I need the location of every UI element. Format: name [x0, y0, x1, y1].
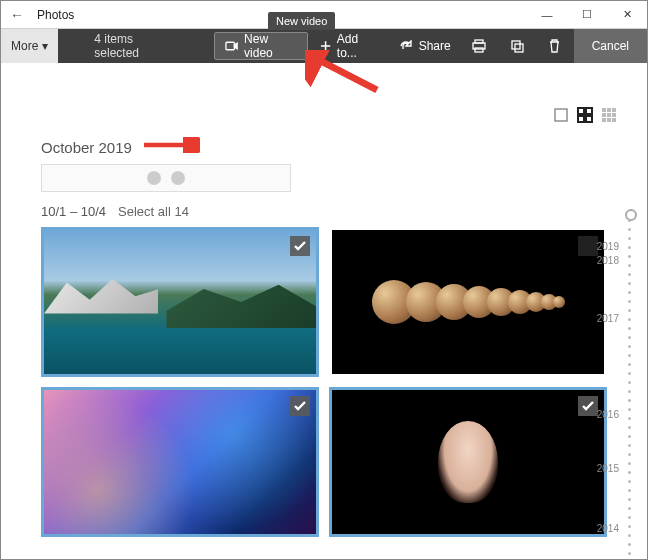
photo-thumb[interactable] — [41, 227, 319, 377]
single-view-icon[interactable] — [553, 107, 569, 123]
selection-check[interactable] — [578, 396, 598, 416]
copy-button[interactable] — [498, 29, 536, 63]
photo-image — [44, 390, 316, 534]
select-all-link[interactable]: Select all 14 — [118, 204, 189, 219]
new-video-tooltip: New video — [268, 12, 335, 30]
avatar-icon — [147, 171, 161, 185]
svg-rect-6 — [555, 109, 567, 121]
svg-rect-12 — [602, 108, 606, 112]
view-toggle — [553, 107, 617, 123]
chevron-down-icon: ▾ — [42, 39, 48, 53]
minimize-button[interactable]: ― — [527, 1, 567, 29]
grid-view-icon[interactable] — [577, 107, 593, 123]
timeline-year[interactable]: 2014 — [597, 523, 619, 534]
auto-creation-card[interactable] — [41, 164, 291, 192]
plus-icon — [320, 40, 331, 52]
photo-thumb[interactable] — [329, 387, 607, 537]
svg-rect-19 — [607, 118, 611, 122]
svg-rect-7 — [578, 108, 584, 114]
photo-image — [44, 230, 316, 374]
svg-rect-9 — [578, 116, 584, 122]
date-range: 10/1 – 10/4 — [41, 204, 106, 219]
svg-rect-16 — [607, 113, 611, 117]
svg-rect-5 — [515, 44, 523, 52]
svg-rect-14 — [612, 108, 616, 112]
svg-rect-8 — [586, 108, 592, 114]
cancel-button[interactable]: Cancel — [574, 29, 647, 63]
photo-image — [332, 230, 604, 374]
svg-rect-17 — [612, 113, 616, 117]
photo-thumb[interactable] — [41, 387, 319, 537]
video-icon — [225, 40, 238, 52]
avatar-icon — [171, 171, 185, 185]
svg-rect-0 — [226, 42, 234, 49]
selection-check[interactable] — [290, 396, 310, 416]
cancel-label: Cancel — [592, 39, 629, 53]
print-button[interactable] — [461, 29, 499, 63]
copy-icon — [510, 39, 524, 53]
more-menu[interactable]: More ▾ — [1, 29, 58, 63]
timeline-year[interactable]: 2016 — [597, 409, 619, 420]
svg-rect-10 — [586, 116, 592, 122]
photo-thumb[interactable] — [329, 227, 607, 377]
small-grid-view-icon[interactable] — [601, 107, 617, 123]
share-label: Share — [419, 39, 451, 53]
close-button[interactable]: ✕ — [607, 1, 647, 29]
share-icon — [399, 40, 413, 52]
trash-icon — [548, 39, 561, 53]
timeline-scrubber[interactable]: 2019 2018 2017 2016 2015 2014 2000 — [603, 213, 643, 553]
date-section-title: October 2019 — [41, 139, 627, 156]
svg-rect-18 — [602, 118, 606, 122]
add-to-label: Add to... — [337, 32, 379, 60]
timeline-year[interactable]: 2019 — [597, 241, 619, 252]
date-range-row: 10/1 – 10/4 Select all 14 — [41, 204, 627, 219]
timeline-year[interactable]: 2017 — [597, 313, 619, 324]
more-label: More — [11, 39, 38, 53]
timeline-year[interactable]: 2015 — [597, 463, 619, 474]
timeline-knob[interactable] — [625, 209, 637, 221]
print-icon — [471, 39, 487, 53]
back-button[interactable]: ← — [1, 7, 33, 23]
selection-count: 4 items selected — [58, 29, 212, 63]
selection-check[interactable] — [290, 236, 310, 256]
selection-check[interactable] — [578, 236, 598, 256]
svg-rect-15 — [602, 113, 606, 117]
photos-window: ← Photos ― ☐ ✕ More ▾ 4 items selected N… — [0, 0, 648, 560]
command-bar: More ▾ 4 items selected New video Add to… — [1, 29, 647, 63]
svg-rect-4 — [512, 41, 520, 49]
new-video-label: New video — [244, 32, 296, 60]
svg-rect-13 — [607, 108, 611, 112]
add-to-button[interactable]: Add to... — [310, 29, 389, 63]
app-title: Photos — [37, 8, 74, 22]
delete-button[interactable] — [536, 29, 574, 63]
photo-grid — [41, 227, 607, 537]
maximize-button[interactable]: ☐ — [567, 1, 607, 29]
photo-image — [332, 390, 604, 534]
share-button[interactable]: Share — [389, 29, 461, 63]
timeline-year[interactable]: 2018 — [597, 255, 619, 266]
content-area: October 2019 10/1 – 10/4 Select all 14 — [1, 63, 647, 559]
svg-rect-20 — [612, 118, 616, 122]
svg-rect-3 — [475, 48, 483, 52]
timeline-dots — [628, 213, 631, 553]
new-video-button[interactable]: New video — [214, 32, 308, 60]
